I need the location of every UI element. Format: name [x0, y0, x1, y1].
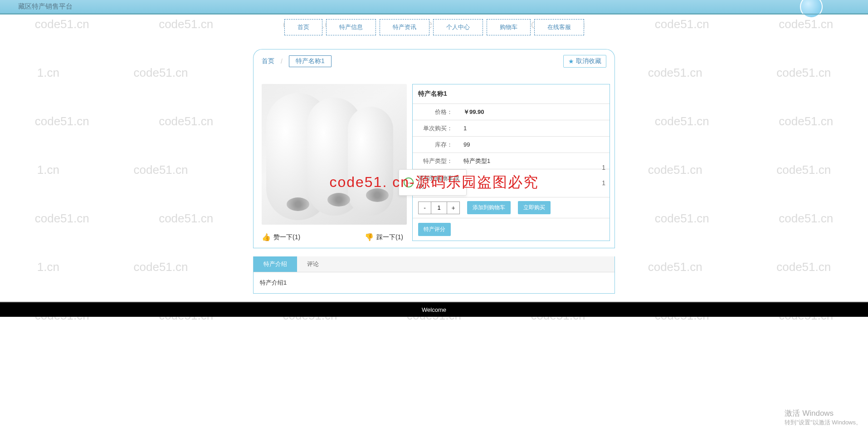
footer-text: Welcome — [422, 306, 446, 313]
thumbs-up-icon: 👍 — [262, 233, 271, 241]
user-avatar-icon[interactable] — [800, 0, 823, 18]
breadcrumb-bar: 首页 / 特产名称1 ★ 取消收藏 — [253, 49, 615, 73]
count-badge-1: 1 — [602, 164, 605, 171]
top-header: 藏区特产销售平台 — [0, 0, 868, 14]
qty-plus-button[interactable]: + — [447, 202, 459, 214]
main-content: 首页 / 特产名称1 ★ 取消收藏 👍 赞一下(1) — [253, 49, 615, 294]
buy-now-button[interactable]: 立即购买 — [518, 201, 551, 214]
price-label: 价格： — [413, 108, 453, 116]
nav-home[interactable]: 首页 — [284, 19, 322, 35]
cancel-favorite-button[interactable]: ★ 取消收藏 — [563, 55, 606, 68]
stock-label: 库存： — [413, 141, 453, 149]
product-left-column: 👍 赞一下(1) 👎 踩一下(1) — [254, 84, 408, 241]
nav-products[interactable]: 特产信息 — [326, 19, 376, 35]
tab-comments[interactable]: 评论 — [297, 256, 329, 272]
product-info-table: 特产名称1 价格： ￥99.90 单次购买： 1 库存： 99 特产类型： 特产… — [412, 84, 610, 241]
thumbs-down-icon: 👎 — [365, 233, 374, 241]
nav-service[interactable]: 在线客服 — [534, 19, 584, 35]
nav-cart[interactable]: 购物车 — [487, 19, 531, 35]
qty-minus-button[interactable]: - — [419, 202, 431, 214]
count-badge-2: 1 — [602, 179, 605, 187]
product-details: 👍 赞一下(1) 👎 踩一下(1) 1 1 特产名称1 价格： ￥99.90 — [253, 73, 615, 248]
stock-value: 99 — [453, 141, 470, 148]
footer: Welcome — [0, 302, 868, 317]
product-image — [262, 84, 407, 225]
tab-bar: 特产介绍 评论 — [254, 256, 614, 272]
dislike-label: 踩一下(1) — [376, 233, 403, 241]
tab-intro[interactable]: 特产介绍 — [254, 256, 297, 272]
windows-subtitle: 转到"设置"以激活 Windows。 — [785, 418, 862, 427]
single-buy-label: 单次购买： — [413, 124, 453, 133]
tab-content: 特产介绍1 — [254, 272, 614, 293]
type-value: 特产类型1 — [453, 157, 490, 165]
breadcrumb-home[interactable]: 首页 — [262, 57, 274, 65]
windows-activation: 激活 Windows 转到"设置"以激活 Windows。 — [785, 408, 862, 427]
header-separator — [0, 14, 868, 15]
favorite-label: 取消收藏 — [576, 57, 601, 65]
product-title: 特产名称1 — [413, 84, 610, 104]
single-buy-value: 1 — [453, 125, 467, 132]
star-icon: ★ — [568, 58, 574, 65]
like-label: 赞一下(1) — [273, 233, 300, 241]
nav-news[interactable]: 特产资讯 — [380, 19, 429, 35]
like-section: 👍 赞一下(1) 👎 踩一下(1) — [262, 233, 403, 241]
like-button[interactable]: 👍 赞一下(1) — [262, 233, 365, 241]
add-to-cart-button[interactable]: 添加到购物车 — [467, 201, 511, 214]
qty-input[interactable] — [431, 202, 447, 214]
windows-title: 激活 Windows — [785, 408, 862, 418]
rating-button[interactable]: 特产评分 — [418, 223, 451, 236]
product-right-column: 1 1 特产名称1 价格： ￥99.90 单次购买： 1 库存： 99 特产类型… — [408, 84, 614, 241]
type-label: 特产类型： — [413, 157, 453, 165]
price-value: ￥99.90 — [453, 108, 484, 116]
quantity-stepper: - + — [418, 202, 460, 214]
nav-profile[interactable]: 个人中心 — [433, 19, 483, 35]
breadcrumb-current: 特产名称1 — [289, 55, 332, 67]
dislike-button[interactable]: 👎 踩一下(1) — [365, 233, 403, 241]
breadcrumb-separator: / — [281, 58, 283, 65]
main-nav: 首页 特产信息 特产资讯 个人中心 购物车 在线客服 — [0, 19, 868, 35]
red-watermark: code51. cn-源码乐园盗图必究 — [329, 172, 538, 192]
site-title: 藏区特产销售平台 — [18, 2, 73, 11]
tabs-section: 特产介绍 评论 特产介绍1 — [253, 256, 615, 294]
